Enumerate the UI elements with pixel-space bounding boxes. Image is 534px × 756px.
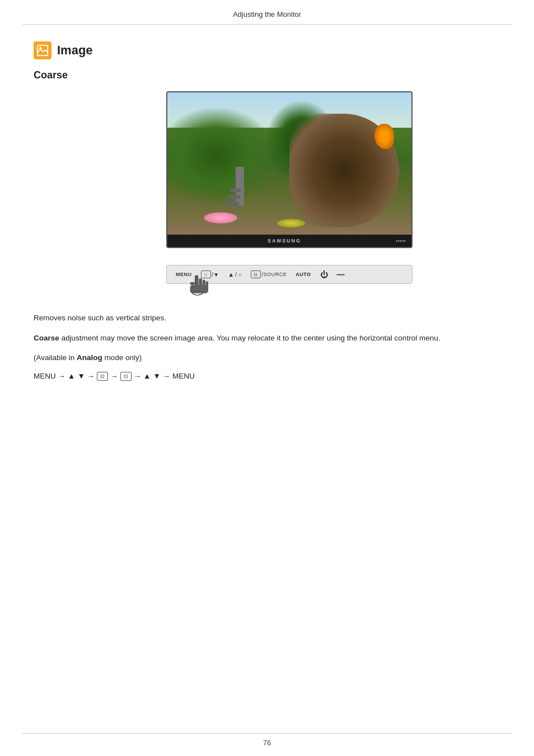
page-number: 76 — [0, 739, 534, 747]
ctrl-btn2: ▲ / ○ — [228, 271, 242, 278]
nav-down-arrow: ▼ → — [77, 372, 95, 380]
desc-para2: Coarse adjustment may move the screen im… — [34, 332, 500, 344]
ctrl-minus-icon: — — [337, 270, 345, 279]
section-title-row: Image — [34, 41, 500, 59]
page-header: Adjusting the Monitor — [22, 0, 512, 25]
svg-rect-7 — [190, 285, 209, 293]
illustrations-area: SAMSUNG ●●●●● MENU □/▼ ▲ / ○ ⊡/SOURCE AU… — [78, 91, 500, 284]
ctrl-power-icon: ⏻ — [320, 270, 328, 279]
nav-box1: ⊡ — [97, 372, 108, 381]
hand-pointer-icon — [183, 273, 217, 306]
nav-box2: ⊡ — [120, 372, 132, 381]
nav-menu-end: MENU — [172, 372, 195, 380]
desc-para3: (Available in Analog mode only) — [34, 352, 500, 364]
brand-controls: ●●●●● — [396, 239, 406, 242]
nav-arrow-mid: → — [110, 372, 118, 380]
monitor-image: SAMSUNG ●●●●● — [166, 91, 413, 248]
desc-para1: Removes noise such as vertical stripes. — [34, 312, 500, 324]
nav-menu-start: MENU → — [34, 372, 65, 380]
section-title: Image — [57, 43, 93, 58]
coarse-bold: Coarse — [34, 334, 59, 342]
subsection-title: Coarse — [34, 69, 500, 81]
svg-rect-6 — [190, 282, 195, 285]
menu-nav-sequence: MENU → ▲ ▼ → ⊡ → ⊡ → ▲ ▼ → MENU — [34, 372, 500, 381]
monitor-brand-bar: SAMSUNG ●●●●● — [167, 235, 411, 247]
nav-up2: ▲ — [143, 372, 151, 380]
ctrl-auto-label: AUTO — [296, 272, 311, 277]
brand-name: SAMSUNG — [173, 238, 396, 244]
monitor-screen — [167, 92, 411, 235]
nav-up-arrow: ▲ — [68, 372, 75, 380]
description-area: Removes noise such as vertical stripes. … — [34, 312, 500, 381]
ctrl-btn3: ⊡/SOURCE — [251, 270, 287, 278]
bottom-rule — [22, 733, 512, 734]
nav-down2: ▼ → — [153, 372, 170, 380]
image-section-icon — [34, 41, 51, 59]
nav-arrow2: → — [134, 372, 142, 380]
analog-bold: Analog — [77, 353, 102, 362]
header-title: Adjusting the Monitor — [233, 10, 301, 18]
